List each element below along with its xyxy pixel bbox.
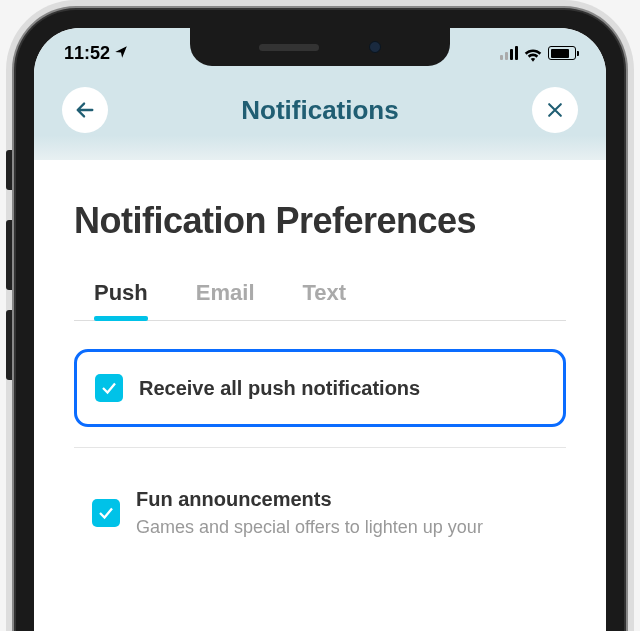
content-area: Notification Preferences Push Email Text… (34, 160, 606, 560)
status-time: 11:52 (64, 43, 110, 64)
check-icon (97, 504, 115, 522)
tab-push[interactable]: Push (94, 280, 148, 320)
option-text: Receive all push notifications (139, 377, 420, 400)
option-text: Fun announcements Games and special offe… (136, 488, 483, 538)
status-right (500, 46, 576, 60)
front-camera (369, 41, 381, 53)
speaker (259, 44, 319, 51)
battery-icon (548, 46, 576, 60)
volume-down-button (6, 310, 12, 380)
checkbox-fun[interactable] (92, 499, 120, 527)
checkbox-receive-all[interactable] (95, 374, 123, 402)
option-fun-announcements[interactable]: Fun announcements Games and special offe… (74, 466, 566, 560)
tab-text[interactable]: Text (303, 280, 347, 320)
page-title: Notification Preferences (74, 200, 566, 242)
app-header: Notifications (34, 78, 606, 160)
option-label: Fun announcements (136, 488, 483, 511)
notch (190, 28, 450, 66)
check-icon (100, 379, 118, 397)
option-receive-all[interactable]: Receive all push notifications (74, 349, 566, 427)
screen: 11:52 Notifications (34, 28, 606, 631)
close-button[interactable] (532, 87, 578, 133)
tabs: Push Email Text (74, 280, 566, 321)
location-icon (114, 45, 128, 62)
status-left: 11:52 (64, 43, 128, 64)
cellular-icon (500, 46, 518, 60)
close-icon (545, 100, 565, 120)
side-button (6, 150, 12, 190)
header-title: Notifications (241, 95, 398, 126)
arrow-left-icon (74, 99, 96, 121)
back-button[interactable] (62, 87, 108, 133)
phone-frame: 11:52 Notifications (16, 10, 624, 631)
wifi-icon (524, 46, 542, 60)
volume-up-button (6, 220, 12, 290)
option-label: Receive all push notifications (139, 377, 420, 400)
tab-email[interactable]: Email (196, 280, 255, 320)
divider (74, 447, 566, 448)
option-desc: Games and special offers to lighten up y… (136, 517, 483, 538)
